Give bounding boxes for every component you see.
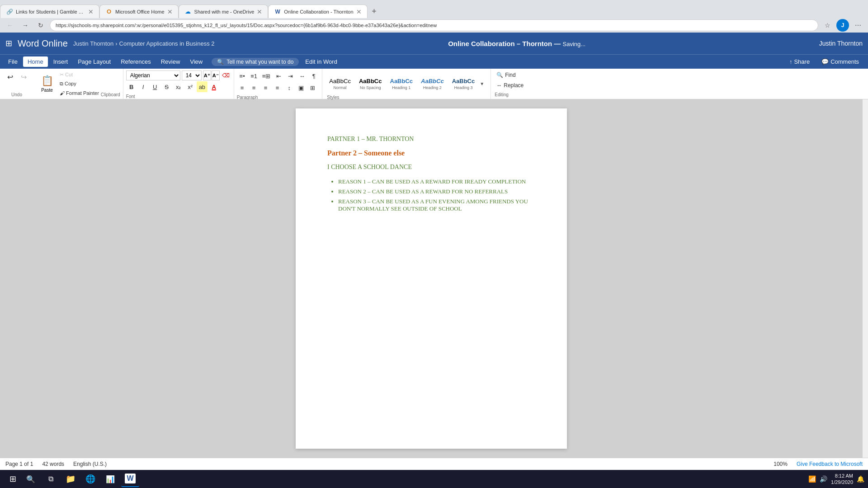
style-heading3[interactable]: AaBbCc Heading 3 xyxy=(449,72,478,96)
zoom-level: 100% xyxy=(774,461,788,467)
subscript-button[interactable]: x₂ xyxy=(173,81,184,92)
bullet-1: REASON 1 – CAN BE USED AS A REWARD FOR I… xyxy=(338,178,535,185)
menu-view[interactable]: View xyxy=(185,56,207,67)
style-heading1[interactable]: AaBbCc Heading 1 xyxy=(387,72,416,96)
new-tab-button[interactable]: + xyxy=(368,5,381,18)
font-color-button[interactable]: A xyxy=(208,81,219,92)
menu-home[interactable]: Home xyxy=(23,56,48,67)
tell-me-box[interactable]: 🔍 Tell me what you want to do xyxy=(212,58,299,66)
borders-button[interactable]: ⊞ xyxy=(307,82,318,93)
tab-office[interactable]: O Microsoft Office Home ✕ xyxy=(99,5,179,18)
cut-icon: ✂ xyxy=(60,72,64,77)
align-right-button[interactable]: ≡ xyxy=(260,82,271,93)
browser-chrome: 🔗 Links for Students | Gamble Roo... ✕ O… xyxy=(0,0,868,33)
menu-review[interactable]: Review xyxy=(156,56,185,67)
numbered-list-button[interactable]: ≡1 xyxy=(249,70,259,81)
grid-icon[interactable]: ⊞ xyxy=(5,38,12,48)
undo-button[interactable]: ↩ xyxy=(4,70,16,83)
tab-close-2[interactable]: ✕ xyxy=(167,8,173,15)
taskbar-word-online[interactable]: W xyxy=(121,471,139,487)
styles-label: Styles xyxy=(327,94,339,99)
tab-close-3[interactable]: ✕ xyxy=(257,8,262,15)
tab-onedrive[interactable]: ☁ Shared with me - OneDrive ✕ xyxy=(179,5,269,18)
highlight-button[interactable]: ab xyxy=(197,81,208,92)
feedback-link[interactable]: Give Feedback to Microsoft xyxy=(797,461,863,467)
app-title: Word Online xyxy=(18,38,68,49)
taskbar-clock[interactable]: 8:12 AM 1/29/2020 xyxy=(831,473,853,486)
format-painter-button[interactable]: 🖌 Format Painter xyxy=(58,89,101,97)
tab-close-1[interactable]: ✕ xyxy=(88,8,94,15)
replace-button[interactable]: ↔ Replace xyxy=(495,81,525,89)
address-box[interactable]: https://sjschools-my.sharepoint.com/:w:/… xyxy=(50,19,818,31)
shading-button[interactable]: ▣ xyxy=(296,82,307,93)
bookmark-button[interactable]: ☆ xyxy=(821,19,834,32)
ltr-button[interactable]: ↔ xyxy=(297,70,307,81)
tab-close-4[interactable]: ✕ xyxy=(356,8,362,15)
align-left-button[interactable]: ≡ xyxy=(237,82,248,93)
styles-expand-button[interactable]: ▼ xyxy=(480,81,487,86)
font-size-increase[interactable]: A⁺ xyxy=(203,70,211,80)
taskbar-edge[interactable]: 🌐 xyxy=(81,471,99,487)
taskbar-network-icon: 📶 xyxy=(808,475,816,483)
vertical-scrollbar[interactable] xyxy=(863,99,868,458)
edit-in-word-button[interactable]: Edit in Word xyxy=(300,56,343,67)
justify-button[interactable]: ≡ xyxy=(272,82,283,93)
paste-icon: 📋 xyxy=(41,75,53,87)
multilevel-list-button[interactable]: ≡⊞ xyxy=(260,70,273,81)
find-button[interactable]: 🔍 Find xyxy=(495,70,525,79)
taskbar-task-view[interactable]: ⧉ xyxy=(42,471,60,487)
back-button[interactable]: ← xyxy=(4,19,16,32)
tab-word[interactable]: W Online Collaboration - Thornton ✕ xyxy=(268,5,367,18)
cut-button[interactable]: ✂ Cut xyxy=(58,71,101,79)
increase-indent-button[interactable]: ⇥ xyxy=(285,70,296,81)
font-size-decrease[interactable]: A⁻ xyxy=(212,70,220,80)
decrease-indent-button[interactable]: ⇤ xyxy=(273,70,284,81)
redo-button[interactable]: ↪ xyxy=(17,70,30,83)
menu-page-layout[interactable]: Page Layout xyxy=(73,56,115,67)
extensions-button[interactable]: ⋯ xyxy=(852,19,864,32)
bullet-list-button[interactable]: ≡• xyxy=(237,70,248,81)
document-page[interactable]: PARTNER 1 – MR. THORNTON Partner 2 – Som… xyxy=(296,108,567,449)
clear-formatting-button[interactable]: ⌫ xyxy=(221,70,231,80)
style-normal-preview: AaBbCc xyxy=(329,78,351,84)
style-heading2[interactable]: AaBbCc Heading 2 xyxy=(418,72,447,96)
style-no-spacing[interactable]: AaBbCc No Spacing xyxy=(356,72,385,96)
refresh-button[interactable]: ↻ xyxy=(34,19,47,32)
style-h1-preview: AaBbCc xyxy=(390,78,413,84)
document-scroll-area[interactable]: PARTNER 1 – MR. THORNTON Partner 2 – Som… xyxy=(0,99,863,458)
tab-links[interactable]: 🔗 Links for Students | Gamble Roo... ✕ xyxy=(0,5,99,18)
document-title: Online Collaboration – Thornton — Saving… xyxy=(220,40,814,47)
show-formatting-button[interactable]: ¶ xyxy=(308,70,319,81)
taskbar-word-icon: W xyxy=(125,474,135,483)
forward-button[interactable]: → xyxy=(19,19,32,32)
taskbar-file-explorer[interactable]: 📁 xyxy=(61,471,80,487)
style-h1-name: Heading 1 xyxy=(392,85,410,90)
user-name[interactable]: Justin Thornton xyxy=(819,40,863,47)
strikethrough-button[interactable]: S xyxy=(161,81,172,92)
menu-references[interactable]: References xyxy=(116,56,155,67)
taskbar-powerpoint[interactable]: 📊 xyxy=(101,471,119,487)
font-size-select[interactable]: 14 xyxy=(182,70,202,80)
align-center-button[interactable]: ≡ xyxy=(249,82,259,93)
superscript-button[interactable]: x² xyxy=(185,81,196,92)
paste-button[interactable]: 📋 Paste xyxy=(36,70,58,97)
bold-button[interactable]: B xyxy=(126,81,137,92)
copy-button[interactable]: ⧉ Copy xyxy=(58,80,101,88)
style-normal[interactable]: AaBbCc Normal xyxy=(326,72,354,96)
line-spacing-button[interactable]: ↕ xyxy=(284,82,295,93)
page-count: Page 1 of 1 xyxy=(5,461,33,467)
profile-button[interactable]: J xyxy=(836,19,849,32)
menu-file[interactable]: File xyxy=(4,56,22,67)
breadcrumb-course[interactable]: Computer Applications in Business 2 xyxy=(119,40,215,47)
taskbar-search[interactable]: 🔍 xyxy=(22,471,40,487)
menu-insert[interactable]: Insert xyxy=(49,56,73,67)
start-button[interactable]: ⊞ xyxy=(4,472,22,486)
share-button[interactable]: ↑ Share xyxy=(784,56,815,67)
comments-button[interactable]: 💬 Comments xyxy=(816,56,864,67)
taskbar-date-text: 1/29/2020 xyxy=(831,479,853,485)
breadcrumb-user[interactable]: Justin Thornton xyxy=(73,40,113,47)
underline-button[interactable]: U xyxy=(150,81,160,92)
font-family-select[interactable]: Algerian xyxy=(126,70,180,80)
italic-button[interactable]: I xyxy=(138,81,149,92)
saving-status: Saving... xyxy=(563,41,586,47)
